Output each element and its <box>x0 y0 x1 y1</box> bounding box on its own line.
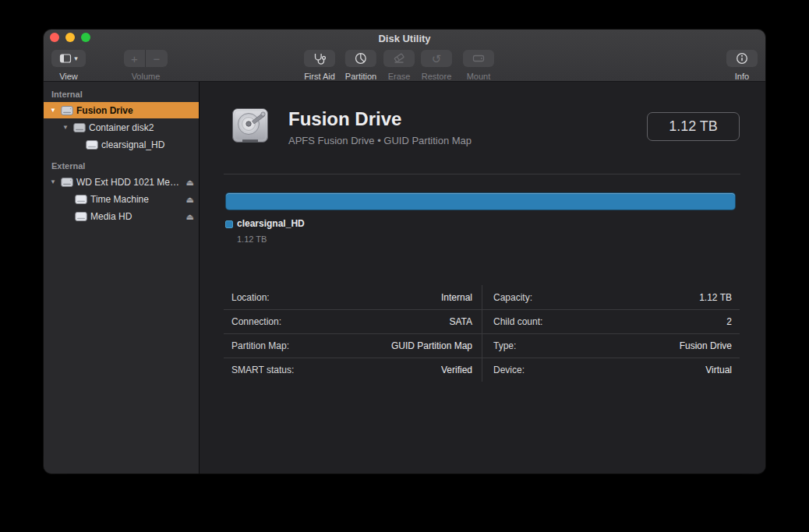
internal-drive-icon <box>61 105 73 115</box>
volume-label: Volume <box>132 72 161 81</box>
mount-button[interactable] <box>463 50 494 67</box>
minus-icon: − <box>154 53 161 65</box>
chevron-down-icon: ▾ <box>74 55 78 62</box>
first-aid-button[interactable] <box>304 50 335 67</box>
remove-volume-button[interactable]: − <box>146 50 168 67</box>
add-volume-button[interactable]: + <box>124 50 146 67</box>
info-button[interactable] <box>726 50 758 67</box>
erase-button[interactable] <box>383 50 415 67</box>
table-row: Partition Map: GUID Partition Map <box>224 333 482 358</box>
legend-volume-name: clearsignal_HD <box>237 218 305 229</box>
volume-icon <box>75 194 87 204</box>
eject-icon[interactable]: ⏏ <box>186 212 194 220</box>
sidebar-item-label: Media HD <box>90 211 132 222</box>
legend-volume-size: 1.12 TB <box>237 234 267 244</box>
detail-key: Type: <box>493 340 516 351</box>
details-right-column: Capacity: 1.12 TB Child count: 2 Type: F… <box>482 285 740 382</box>
detail-value: Internal <box>441 292 472 303</box>
window-title: Disk Utility <box>44 32 765 46</box>
table-row: Device: Virtual <box>482 358 740 382</box>
view-label: View <box>59 72 78 81</box>
table-row: Child count: 2 <box>482 309 740 333</box>
detail-key: Capacity: <box>493 292 532 303</box>
detail-key: Child count: <box>493 316 542 327</box>
disclosure-triangle-icon[interactable]: ▼ <box>48 179 58 185</box>
detail-value: 1.12 TB <box>699 292 732 303</box>
detail-key: Partition Map: <box>231 340 289 351</box>
sidebar-item-clearsignal-hd[interactable]: clearsignal_HD <box>44 136 199 153</box>
detail-key: Device: <box>493 365 525 375</box>
sidebar-item-time-machine[interactable]: Time Machine ⏏ <box>44 191 199 207</box>
disk-utility-window: Disk Utility ▾ View + − <box>44 30 765 474</box>
sidebar-section-external: External <box>51 161 85 171</box>
sidebar-section-internal: Internal <box>51 90 83 99</box>
restore-button[interactable]: ↺ <box>421 50 452 67</box>
main-content: Fusion Drive APFS Fusion Drive • GUID Pa… <box>200 82 765 474</box>
sidebar-item-container-disk2[interactable]: ▼ Container disk2 <box>44 119 199 136</box>
sidebar-item-media-hd[interactable]: Media HD ⏏ <box>44 208 199 224</box>
external-drive-icon <box>472 52 485 65</box>
detail-key: Connection: <box>231 316 281 327</box>
sidebar-pane-icon <box>59 52 72 65</box>
volume-control: + − Volume <box>124 50 168 81</box>
info-icon <box>736 52 748 65</box>
partition-label: Partition <box>345 72 376 81</box>
pie-chart-icon <box>355 52 367 65</box>
erase-control: Erase <box>383 50 415 81</box>
partition-button[interactable] <box>345 50 376 67</box>
stethoscope-icon <box>313 52 327 65</box>
container-disk-icon <box>73 122 86 132</box>
sidebar-item-label: WD Ext HDD 1021 Me… <box>76 177 179 188</box>
detail-value: Virtual <box>705 365 732 375</box>
first-aid-label: First Aid <box>304 72 335 81</box>
partition-control: Partition <box>345 50 376 81</box>
sidebar-item-fusion-drive[interactable]: ▼ Fusion Drive <box>44 102 199 118</box>
mount-control: Mount <box>463 50 494 81</box>
first-aid-control: First Aid <box>304 50 335 81</box>
volume-icon <box>75 211 87 221</box>
table-row: Connection: SATA <box>224 309 482 333</box>
disclosure-triangle-icon[interactable]: ▼ <box>48 107 58 114</box>
detail-key: Location: <box>231 292 270 303</box>
sidebar-item-label: Time Machine <box>90 194 149 205</box>
restore-label: Restore <box>422 72 452 81</box>
detail-key: SMART status: <box>231 365 294 375</box>
detail-value: GUID Partition Map <box>391 340 472 351</box>
sidebar-item-label: Fusion Drive <box>76 105 133 116</box>
hard-drive-icon <box>230 105 270 146</box>
plus-icon: + <box>131 53 138 65</box>
detail-value: 2 <box>726 316 732 327</box>
info-label: Info <box>735 72 749 81</box>
restore-arrow-icon: ↺ <box>432 53 442 65</box>
detail-value: Verified <box>441 365 472 375</box>
table-row: Capacity: 1.12 TB <box>482 285 740 309</box>
sidebar-item-wd-ext-hdd[interactable]: ▼ WD Ext HDD 1021 Me… ⏏ <box>44 174 199 190</box>
details-table: Location: Internal Connection: SATA Part… <box>224 285 740 382</box>
drive-title: Fusion Drive <box>288 108 401 130</box>
eject-icon[interactable]: ⏏ <box>186 195 194 203</box>
sidebar-item-label: Container disk2 <box>89 122 154 133</box>
info-control: Info <box>726 50 758 81</box>
details-left-column: Location: Internal Connection: SATA Part… <box>224 285 482 382</box>
section-separator <box>224 174 740 174</box>
usage-bar-segment[interactable] <box>225 192 736 210</box>
drive-subtitle: APFS Fusion Drive • GUID Partition Map <box>288 135 472 146</box>
disclosure-triangle-icon[interactable]: ▼ <box>61 125 70 131</box>
sidebar-item-label: clearsignal_HD <box>101 139 164 150</box>
mount-label: Mount <box>467 72 491 81</box>
window-body: Internal ▼ Fusion Drive ▼ <box>44 82 765 474</box>
volume-icon <box>86 139 98 150</box>
view-button[interactable]: ▾ <box>51 50 86 67</box>
legend-color-chip <box>225 220 233 228</box>
eject-icon[interactable]: ⏏ <box>186 178 194 186</box>
detail-value: SATA <box>449 316 472 327</box>
table-row: Location: Internal <box>224 285 482 309</box>
external-drive-icon <box>61 177 73 187</box>
table-row: Type: Fusion Drive <box>482 333 740 358</box>
erase-label: Erase <box>388 72 411 81</box>
detail-value: Fusion Drive <box>680 340 732 351</box>
capacity-badge: 1.12 TB <box>647 112 740 141</box>
table-row: SMART status: Verified <box>224 358 482 382</box>
eraser-icon <box>393 52 405 65</box>
sidebar: Internal ▼ Fusion Drive ▼ <box>44 82 199 474</box>
